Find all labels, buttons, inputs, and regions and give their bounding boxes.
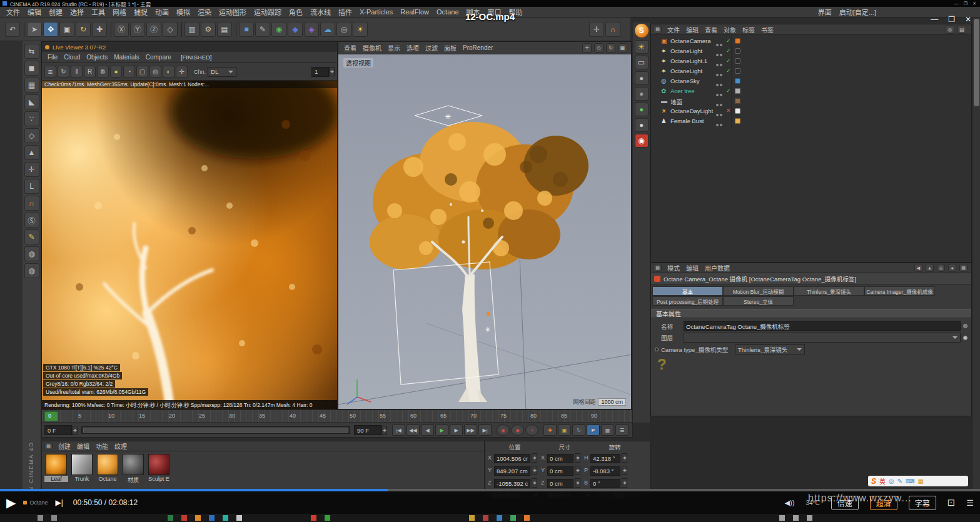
material-item-cailiao[interactable]: 材质 [121, 454, 145, 484]
scrollbar-thumb[interactable] [974, 19, 979, 106]
model-mode-icon[interactable]: ◼ [24, 61, 39, 76]
menu-item-select[interactable]: 选择 [66, 6, 88, 18]
tab-stereo[interactable]: Stereo_立体 [723, 296, 794, 306]
lv-menu-objects[interactable]: Objects [83, 53, 111, 61]
octane-viewer-icon[interactable]: ▭ [635, 56, 649, 69]
light-tag-icon[interactable] [735, 68, 740, 74]
attr-back-icon[interactable]: ◀ [914, 264, 922, 272]
camera-type-dropdown[interactable]: Thinlens_景深镜头 [735, 344, 805, 354]
taskbar-app-icon[interactable] [195, 515, 201, 521]
vp-zoom-view-icon[interactable]: ◇ [594, 43, 604, 53]
position-z-field[interactable] [494, 479, 530, 488]
light-tag-icon[interactable] [735, 48, 740, 54]
fullscreen-icon[interactable]: ⊡ [947, 497, 956, 508]
enabled-check-icon[interactable]: ✓ [726, 68, 731, 74]
taskbar-app-icon[interactable] [181, 515, 187, 521]
timeline-ruler[interactable]: 0 5 10 15 20 25 30 35 40 45 50 55 60 65 … [42, 410, 632, 423]
close-icon[interactable]: ✕ [972, 1, 976, 6]
object-row-ground[interactable]: ▬ 地面 [651, 97, 971, 107]
menu-item-snap[interactable]: 捕捉 [130, 6, 151, 18]
next-key-icon[interactable]: ▶▶ [464, 424, 477, 436]
phong-tag-icon[interactable] [735, 88, 740, 94]
material-thumbnail[interactable] [148, 454, 169, 475]
taskbar-tray-icon[interactable] [779, 515, 785, 521]
material-item-sculpt[interactable]: Sculpt E [147, 454, 171, 482]
spline-pen-icon[interactable]: ✎ [255, 22, 270, 37]
material-thumbnail[interactable] [46, 454, 67, 475]
taskbar-app-icon[interactable] [497, 515, 502, 521]
layout-selector[interactable]: 启动[自定...] [836, 6, 880, 18]
lock-x-icon[interactable]: Ⓧ [114, 22, 129, 37]
tab-basic[interactable]: 基本 [652, 286, 723, 296]
vp-menu-view[interactable]: 查看 [341, 43, 360, 53]
record-rotation-toggle[interactable]: ↻ [572, 424, 585, 436]
vp-rotate-view-icon[interactable]: ↻ [606, 43, 615, 53]
subdivision-icon[interactable]: ◉ [271, 22, 286, 37]
lv-samples-spinner[interactable] [329, 67, 335, 76]
menu-item-octane[interactable]: Octane [433, 8, 462, 16]
play-button[interactable]: ▶ [435, 424, 448, 436]
taskbar-app-icon[interactable] [311, 515, 316, 521]
taskbar-app-icon[interactable] [510, 515, 516, 521]
lock-z-icon[interactable]: Ⓩ [146, 22, 161, 37]
tab-camera-imager[interactable]: Camera Imager_摄像机成像 [864, 286, 935, 296]
material-item-trunk[interactable]: Trunk [70, 454, 94, 482]
object-row-octanelight-2[interactable]: ✶ OctaneLight.1 ✓ [651, 57, 971, 67]
material-tag-icon[interactable] [735, 98, 740, 104]
lv-restart-icon[interactable]: ↻ [58, 66, 69, 78]
size-x-field[interactable] [547, 454, 573, 463]
taskbar-tray-icon[interactable] [793, 515, 799, 521]
scene-camera-icon[interactable]: ◎ [336, 22, 351, 37]
vp-menu-prorender[interactable]: ProRender [460, 44, 496, 52]
mat-menu-texture[interactable]: 纹理 [111, 441, 130, 451]
taskbar-app-icon[interactable] [168, 515, 173, 521]
position-x-field[interactable] [494, 454, 530, 463]
octane-render-icon[interactable]: ☀ [635, 40, 649, 54]
mat-menu-function[interactable]: 功能 [93, 441, 111, 451]
size-x-spinner[interactable] [575, 453, 580, 463]
tab-thinlens[interactable]: Thinlens_景深镜头 [794, 286, 864, 296]
ime-lang-label[interactable]: 英 [879, 476, 886, 486]
lv-material-picker-icon[interactable]: ◔ [123, 66, 135, 78]
taskbar-app-icon[interactable] [51, 515, 57, 521]
lv-pin-icon[interactable]: ✛ [176, 66, 188, 78]
polygons-mode-icon[interactable]: ▲ [24, 145, 39, 160]
mograph-icon[interactable]: ◈ [304, 22, 319, 37]
right-scrollbar[interactable] [972, 18, 980, 489]
player-close-icon[interactable]: ✕ [965, 15, 971, 24]
viewport[interactable]: 查看 摄像机 显示 选项 过滤 面板 ProRender ✛ ◇ ↻ ▦ 透视视… [338, 41, 632, 409]
object-row-octanecamera[interactable]: ▣ OctaneCamera ✓ [651, 37, 971, 47]
vp-toggle-view-icon[interactable]: ▦ [618, 43, 627, 53]
octane-glossy-ball-icon[interactable]: ● [635, 87, 649, 101]
object-row-acer-tree[interactable]: ✿ Acer tree ✓ [651, 87, 971, 97]
attr-lock-icon[interactable]: ● [948, 264, 956, 272]
scale-tool-icon[interactable]: ▣ [59, 22, 74, 37]
octane-emission-ball-icon[interactable]: ● [635, 103, 649, 116]
position-y-field[interactable] [494, 466, 530, 476]
vp-menu-panel[interactable]: 面板 [441, 43, 460, 53]
goto-start-icon[interactable]: |◀ [392, 424, 405, 436]
taskbar-app-icon[interactable] [524, 515, 530, 521]
render-settings-icon[interactable]: ⚙ [201, 22, 216, 37]
texture-mode-icon[interactable]: ▦ [24, 78, 39, 93]
position-y-spinner[interactable] [532, 466, 537, 475]
attr-layout-icon[interactable]: ▤ [959, 264, 967, 272]
position-z-spinner[interactable] [532, 478, 537, 488]
rotate-tool-icon[interactable]: ↻ [76, 22, 91, 37]
material-tag-icon[interactable] [735, 118, 740, 124]
player-play-button[interactable]: ▶ [6, 495, 16, 510]
record-parameter-toggle[interactable]: P [587, 424, 600, 436]
attr-search-icon[interactable]: ◎ [937, 264, 945, 272]
tab-post-processing[interactable]: Post processing_后期处理 [652, 296, 723, 306]
live-selection-icon[interactable]: ➤ [27, 22, 42, 37]
om-menu-bookmarks[interactable]: 书签 [758, 24, 777, 35]
object-row-octanelight-1[interactable]: ✶ OctaneLight ✓ [651, 47, 971, 57]
object-row-octanedaylight[interactable]: ☀ OctaneDayLight ✕ [651, 107, 971, 117]
taskbar-app-icon[interactable] [236, 515, 242, 521]
lock-y-icon[interactable]: Ⓨ [130, 22, 145, 37]
menu-item-plugins[interactable]: 插件 [335, 6, 356, 18]
lv-settings-icon[interactable]: ≣ [44, 66, 56, 78]
menu-item-character[interactable]: 角色 [285, 6, 306, 18]
taskbar-app-icon[interactable] [469, 515, 475, 521]
points-mode-icon[interactable]: ∵ [24, 111, 39, 126]
